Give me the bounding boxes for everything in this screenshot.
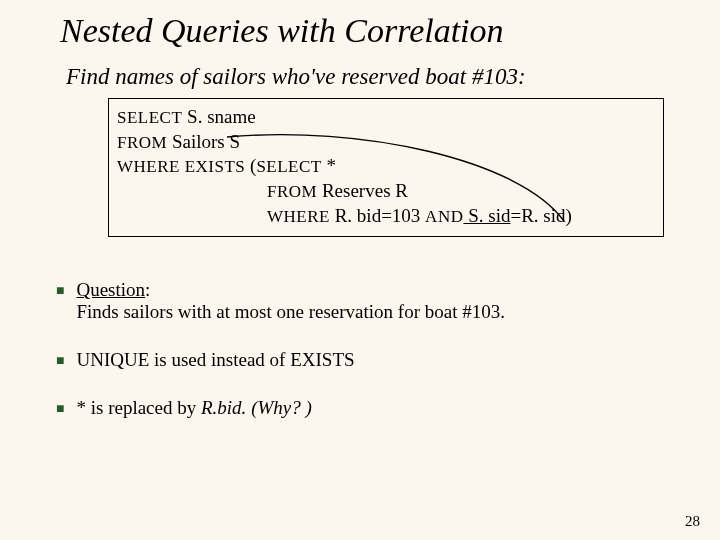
page-number: 28 [685, 513, 700, 530]
query-line-2: FROM Sailors S [117, 130, 655, 155]
bullet-item-2: ■ UNIQUE is used instead of EXISTS [56, 349, 720, 371]
text: Finds sailors with at most one reservati… [76, 301, 505, 322]
keyword-from: FROM [117, 133, 167, 152]
keyword-select-inner: SELECT [256, 157, 321, 176]
text: * is replaced by [76, 397, 201, 418]
bullet-item-1: ■ Question: Finds sailors with at most o… [56, 279, 720, 323]
slide-title: Nested Queries with Correlation [0, 0, 720, 50]
text: ( [245, 155, 256, 176]
bullet-body: * is replaced by R.bid. (Why? ) [76, 397, 720, 419]
bullet-icon: ■ [56, 283, 64, 299]
text: =R. sid) [510, 205, 571, 226]
text: Reserves R [317, 180, 408, 201]
keyword-from-inner: FROM [267, 182, 317, 201]
text: R. bid=103 [330, 205, 425, 226]
query-line-5: WHERE R. bid=103 AND S. sid=R. sid) [117, 204, 655, 229]
bullet-icon: ■ [56, 353, 64, 369]
bullet-list: ■ Question: Finds sailors with at most o… [0, 237, 720, 419]
keyword-where-exists: WHERE EXISTS [117, 157, 245, 176]
sql-query-box: SELECT S. sname FROM Sailors S WHERE EXI… [108, 98, 664, 237]
query-line-1: SELECT S. sname [117, 105, 655, 130]
query-line-3: WHERE EXISTS (SELECT * [117, 154, 655, 179]
keyword-select: SELECT [117, 108, 182, 127]
italic-text: (Why? ) [246, 397, 311, 418]
bullet-item-3: ■ * is replaced by R.bid. (Why? ) [56, 397, 720, 419]
keyword-and: AND [425, 207, 463, 226]
text: Sailors S [167, 131, 240, 152]
bullet-body: Question: Finds sailors with at most one… [76, 279, 720, 323]
keyword-where-inner: WHERE [267, 207, 330, 226]
query-line-4: FROM Reserves R [117, 179, 655, 204]
text: S. sname [182, 106, 255, 127]
text: * [322, 155, 336, 176]
question-label: Question [76, 279, 145, 300]
text: : [145, 279, 150, 300]
bullet-body: UNIQUE is used instead of EXISTS [76, 349, 720, 371]
bullet-icon: ■ [56, 401, 64, 417]
slide-subtitle: Find names of sailors who've reserved bo… [0, 50, 720, 90]
italic-text: R.bid. [201, 397, 246, 418]
correlated-ref: S. sid [463, 205, 510, 226]
